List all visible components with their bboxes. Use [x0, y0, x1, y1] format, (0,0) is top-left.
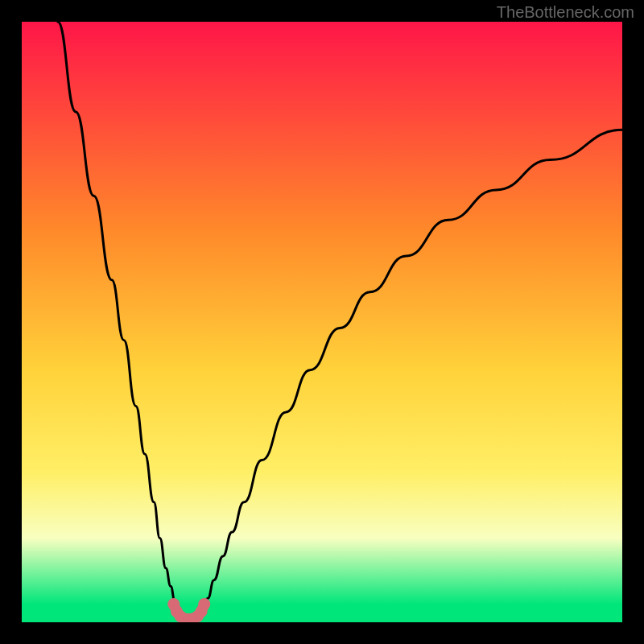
left-curve [58, 22, 181, 617]
valley-marker-dots [167, 598, 210, 622]
right-curve [199, 130, 622, 616]
curve-layer [22, 22, 622, 622]
chart-area [22, 22, 622, 622]
valley-marker-dot [198, 598, 210, 610]
watermark-text: TheBottleneck.com [497, 3, 634, 22]
